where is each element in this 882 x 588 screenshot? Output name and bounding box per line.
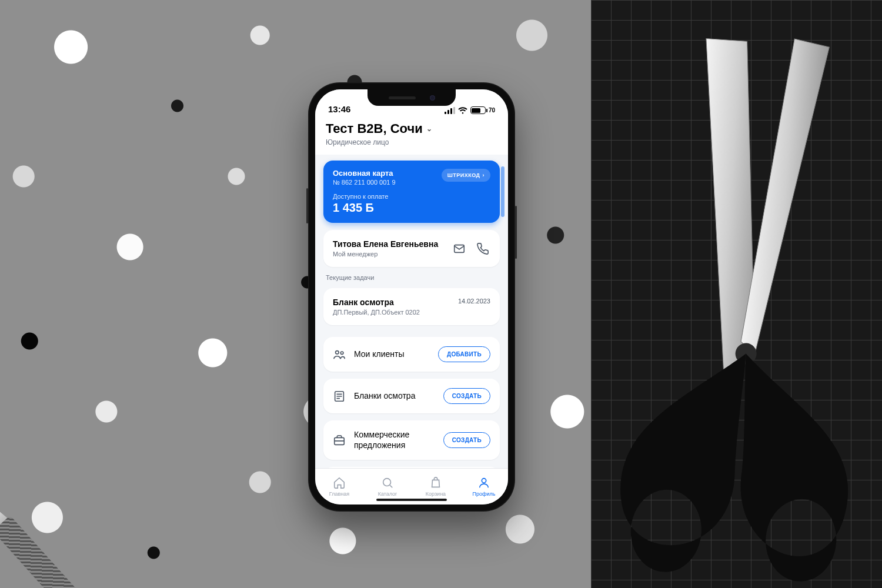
row-label: Мои клиенты [354, 349, 430, 360]
people-icon [333, 348, 346, 361]
search-icon [381, 476, 394, 489]
row-commercial-offers[interactable]: Коммерческие предложения СОЗДАТЬ [323, 420, 500, 460]
tasks-section-label: Текущие задачи [323, 274, 500, 281]
chevron-down-icon: ⌄ [426, 125, 432, 133]
phone-notch [368, 89, 456, 106]
org-subtitle: Юридическое лицо [326, 138, 497, 146]
row-inspection-forms[interactable]: Бланки осмотра СОЗДАТЬ [323, 379, 500, 413]
tab-label: Главная [329, 491, 349, 497]
row-label: Коммерческие предложения [354, 430, 435, 450]
form-icon [333, 390, 346, 403]
org-title: Тест В2В, Сочи [326, 121, 423, 136]
tab-profile[interactable]: Профиль [460, 469, 508, 505]
add-client-button[interactable]: ДОБАВИТЬ [438, 346, 490, 362]
create-offer-button[interactable]: СОЗДАТЬ [443, 432, 490, 448]
svg-rect-1 [445, 112, 446, 114]
svg-point-13 [482, 479, 486, 483]
signal-icon [445, 107, 455, 114]
bag-icon [429, 476, 442, 489]
svg-point-12 [383, 479, 391, 486]
barcode-button[interactable]: ШТРИХКОД › [442, 169, 490, 182]
briefcase-icon [333, 434, 346, 447]
manager-name: Титова Елена Евгеньевна [333, 239, 438, 249]
card-number: № 862 211 000 001 9 [333, 179, 396, 186]
email-button[interactable] [452, 241, 467, 256]
home-indicator [376, 499, 447, 501]
row-my-clients[interactable]: Мои клиенты ДОБАВИТЬ [323, 337, 500, 372]
svg-rect-4 [453, 107, 455, 114]
barcode-button-label: ШТРИХКОД [447, 172, 480, 178]
phone-screen: 13:46 70 Тест В2В, Сочи ⌄ Юридическое ли… [315, 89, 508, 505]
available-amount: 1 435 Б [333, 201, 490, 215]
task-title: Бланк осмотра [333, 298, 420, 307]
status-time: 13:46 [328, 104, 350, 114]
svg-point-6 [336, 350, 339, 354]
phone-icon [476, 242, 489, 255]
card-title: Основная карта [333, 169, 396, 178]
background-cutting-mat [591, 0, 882, 588]
task-card[interactable]: Бланк осмотра ДП.Первый, ДП.Объект 0202 … [323, 288, 500, 325]
profile-icon [477, 476, 490, 489]
org-selector[interactable]: Тест В2В, Сочи ⌄ [326, 121, 497, 136]
manager-card[interactable]: Титова Елена Евгеньевна Мой менеджер [323, 230, 500, 267]
chevron-right-icon: › [483, 172, 485, 178]
mail-icon [453, 242, 466, 255]
wifi-icon [458, 107, 467, 114]
available-label: Доступно к оплате [333, 193, 490, 200]
profile-header: Тест В2В, Сочи ⌄ Юридическое лицо [315, 116, 508, 155]
battery-icon [470, 106, 486, 114]
loyalty-card[interactable]: Основная карта № 862 211 000 001 9 ШТРИХ… [323, 161, 500, 223]
task-date: 14.02.2023 [458, 298, 490, 305]
svg-rect-2 [447, 110, 449, 114]
phone-frame: 13:46 70 Тест В2В, Сочи ⌄ Юридическое ли… [308, 82, 515, 512]
tab-label: Каталог [378, 491, 397, 497]
create-form-button[interactable]: СОЗДАТЬ [443, 388, 490, 404]
call-button[interactable] [475, 241, 490, 256]
content-scroll[interactable]: Основная карта № 862 211 000 001 9 ШТРИХ… [315, 155, 508, 468]
home-icon [333, 476, 346, 489]
tab-label: Профиль [473, 491, 496, 497]
svg-point-7 [340, 351, 343, 354]
manager-role: Мой менеджер [333, 250, 438, 258]
tab-label: Корзина [426, 491, 446, 497]
svg-rect-3 [450, 108, 452, 114]
row-label: Бланки осмотра [354, 391, 435, 402]
battery-label: 70 [489, 107, 495, 113]
tab-home[interactable]: Главная [315, 469, 363, 505]
task-subtitle: ДП.Первый, ДП.Объект 0202 [333, 309, 420, 316]
